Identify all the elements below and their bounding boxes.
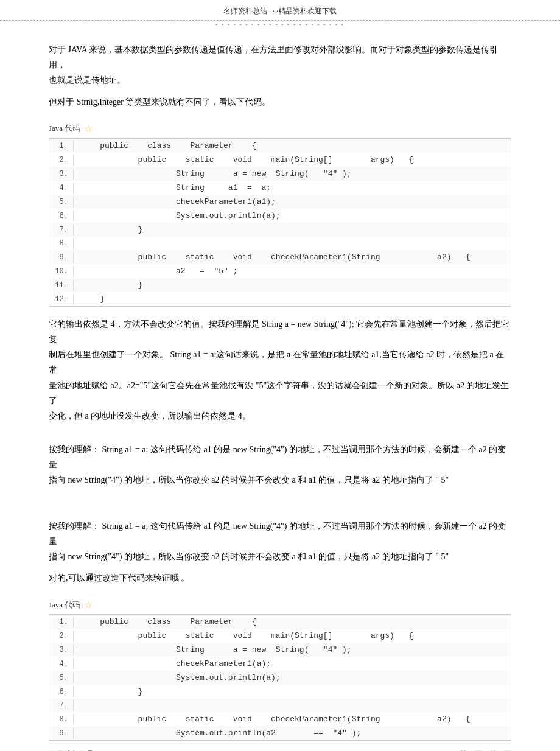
- table-row: 9. public static void checekParameter1(S…: [49, 250, 511, 264]
- line-number: 6.: [49, 211, 74, 222]
- header-dots: - - - - - - - - - - - - - - - - - - - - …: [0, 21, 560, 30]
- table-row: 2. public static void main(String[] args…: [49, 629, 511, 643]
- code-line: }: [74, 279, 150, 291]
- line-number: 7.: [49, 225, 74, 236]
- spacer-3: [49, 506, 511, 519]
- line-number: 2.: [49, 630, 74, 641]
- star-icon-2: ☆: [84, 599, 93, 610]
- spacer-1: [49, 430, 511, 442]
- line-number: 8.: [49, 714, 74, 725]
- line-number: 5.: [49, 197, 74, 208]
- line-number: 8.: [49, 238, 74, 249]
- line-number: 4.: [49, 183, 74, 194]
- code-section-1-label: Java 代码 ☆: [49, 123, 93, 134]
- table-row: 6. }: [49, 685, 511, 699]
- paragraph-12: 对的,可以通过改造下代码来验证哦 。: [49, 570, 511, 585]
- line-number: 3.: [49, 644, 74, 655]
- code-line: String a = new String( "4" );: [74, 644, 359, 655]
- code-block-2: 1. public class Parameter {2. public sta…: [49, 614, 511, 741]
- line-number: 4.: [49, 658, 74, 669]
- line-number: 9.: [49, 728, 74, 739]
- line-number: 9.: [49, 252, 74, 263]
- star-icon-1: ☆: [84, 123, 93, 134]
- paragraph-3: 但对于 Strnig,Integer 等类型来说就有不同了，看以下代码。: [49, 94, 511, 110]
- spacer-2: [49, 494, 511, 506]
- line-number: 6.: [49, 686, 74, 697]
- table-row: 7. }: [49, 223, 511, 237]
- line-number: 7.: [49, 700, 74, 711]
- page-header: 名师资料总结 · · ·精品资料欢迎下载: [0, 0, 560, 21]
- code-block-1: 1. public class Parameter {2. public sta…: [49, 138, 511, 307]
- code-line: public static void checekParameter1(Stri…: [74, 251, 478, 263]
- table-row: 4. checekParameter1(a);: [49, 657, 511, 671]
- code-line: String a1 = a;: [74, 182, 278, 194]
- line-number: 5.: [49, 672, 74, 683]
- line-number: 2.: [49, 155, 74, 166]
- table-row: 8.: [49, 237, 511, 250]
- table-row: 4. String a1 = a;: [49, 181, 511, 195]
- table-row: 7.: [49, 699, 511, 712]
- table-row: 5. System.out.println(a);: [49, 671, 511, 685]
- code-line: [74, 705, 88, 707]
- table-row: 5. checekParameter1(a1);: [49, 195, 511, 209]
- code-line: public static void main(String[] args) {: [74, 630, 421, 641]
- line-number: 1.: [49, 617, 74, 627]
- code-line: }: [74, 224, 150, 236]
- code-line: checekParameter1(a);: [74, 658, 278, 669]
- table-row: 2. public static void main(String[] args…: [49, 153, 511, 167]
- code-line: System.out.println(a2 == "4" );: [74, 727, 368, 739]
- line-number: 11.: [49, 280, 74, 291]
- code-line: public static void checekParameter1(Stri…: [74, 713, 478, 725]
- code-line: public static void main(String[] args) {: [74, 154, 421, 166]
- table-row: 6. System.out.println(a);: [49, 209, 511, 223]
- code-line: System.out.println(a);: [74, 672, 288, 683]
- line-number: 3.: [49, 169, 74, 180]
- code-line: checekParameter1(a1);: [74, 196, 283, 208]
- line-number: 10.: [49, 266, 74, 277]
- header-title: 名师资料总结 · · ·精品资料欢迎下载: [0, 6, 560, 16]
- table-row: 10. a2 = "5" ;: [49, 264, 511, 278]
- paragraph-4: 它的输出依然是 4，方法不会改变它的值。按我的理解是 String a = ne…: [49, 316, 511, 424]
- line-number: 1.: [49, 141, 74, 152]
- table-row: 9. System.out.println(a2 == "4" );: [49, 726, 511, 740]
- table-row: 3. String a = new String( "4" );: [49, 643, 511, 657]
- table-row: 8. public static void checekParameter1(S…: [49, 712, 511, 726]
- table-row: 11. }: [49, 278, 511, 292]
- line-number: 12.: [49, 294, 74, 305]
- paragraph-10: 按我的理解： String a1 = a; 这句代码传给 a1 的是 new S…: [49, 519, 511, 565]
- code-line: System.out.println(a);: [74, 210, 288, 222]
- table-row: 3. String a = new String( "4" );: [49, 167, 511, 181]
- paragraph-8: 按我的理解： String a1 = a; 这句代码传给 a1 的是 new S…: [49, 442, 511, 488]
- code-line: public class Parameter {: [74, 616, 264, 627]
- code-line: String a = new String( "4" );: [74, 168, 359, 180]
- code-line: a2 = "5" ;: [74, 265, 245, 277]
- table-row: 12. }: [49, 292, 511, 306]
- code-line: }: [74, 293, 112, 305]
- paragraph-1: 对于 JAVA 来说，基本数据类型的参数传递是值传递，在方法里面修改对外部没影响…: [49, 42, 511, 88]
- main-content: 对于 JAVA 来说，基本数据类型的参数传递是值传递，在方法里面修改对外部没影响…: [0, 30, 560, 751]
- code-section-2-label: Java 代码 ☆: [49, 599, 93, 610]
- code-line: public class Parameter {: [74, 140, 264, 152]
- code-line: }: [74, 686, 150, 697]
- table-row: 1. public class Parameter {: [49, 615, 511, 629]
- table-row: 1. public class Parameter {: [49, 139, 511, 153]
- code-line: [74, 243, 88, 245]
